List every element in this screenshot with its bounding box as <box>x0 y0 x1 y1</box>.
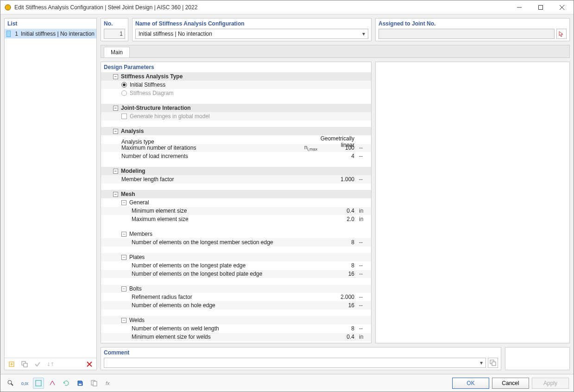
val-load-incr[interactable]: 4 <box>320 153 357 159</box>
maximize-button[interactable] <box>530 0 551 14</box>
val-max-el[interactable]: 2.0 <box>320 216 357 222</box>
design-params-title: Design Parameters <box>101 62 371 72</box>
row-load-incr: Number of load increments <box>111 153 297 159</box>
duplicate-icon[interactable] <box>19 359 30 369</box>
tab-main[interactable]: Main <box>104 47 130 57</box>
new-icon[interactable] <box>6 359 17 369</box>
svg-rect-17 <box>36 380 41 386</box>
collapse-icon[interactable]: − <box>121 232 126 237</box>
comment-label: Comment <box>104 349 498 356</box>
svg-rect-2 <box>539 5 543 9</box>
checkbox-generate-hinges[interactable] <box>121 114 127 119</box>
minimize-button[interactable] <box>509 0 530 14</box>
collapse-icon[interactable]: − <box>113 74 118 79</box>
val-member-length-factor[interactable]: 1.000 <box>320 176 357 183</box>
no-input <box>104 29 125 39</box>
name-combo[interactable]: Initial stiffness | No interaction ▾ <box>135 29 368 39</box>
list-item[interactable]: 1 Initial stiffness | No interaction <box>5 29 96 38</box>
check-icon[interactable] <box>32 359 43 369</box>
list-body[interactable]: 1 Initial stiffness | No interaction <box>5 29 96 358</box>
val-n-hole[interactable]: 16 <box>320 302 357 309</box>
val-ref-radius[interactable]: 2.000 <box>320 294 357 300</box>
val-n-bolted[interactable]: 16 <box>320 271 357 277</box>
group-modeling: Modeling <box>121 168 145 174</box>
row-max-el: Maximum element size <box>111 216 297 222</box>
group-mesh-general: General <box>129 199 149 206</box>
list-toolbar <box>5 358 96 370</box>
val-max-weld[interactable]: 1.1 <box>320 342 357 343</box>
val-min-el[interactable]: 0.4 <box>320 208 357 214</box>
row-max-weld: Maximum element size for welds <box>111 342 297 343</box>
collapse-icon[interactable]: − <box>113 129 118 134</box>
no-label: No. <box>104 20 125 27</box>
val-n-plate[interactable]: 8 <box>320 262 357 269</box>
group-stiffness-type: Stiffness Analysis Type <box>121 73 183 80</box>
function-icon[interactable]: fx <box>102 378 114 389</box>
group-mesh-bolts: Bolts <box>129 285 142 292</box>
comment-combo[interactable]: ▾ <box>104 358 486 368</box>
row-member-length-factor: Member length factor <box>111 176 297 183</box>
row-n-bolted: Number of elements on the longest bolted… <box>111 271 297 277</box>
list-header: List <box>5 19 96 29</box>
svg-rect-13 <box>492 362 496 366</box>
collapse-icon[interactable]: − <box>121 255 126 260</box>
cancel-button[interactable]: Cancel <box>492 378 529 389</box>
radio-initial-stiffness[interactable] <box>121 82 127 88</box>
svg-text:fx: fx <box>106 380 110 386</box>
val-n-longest-member[interactable]: 8 <box>320 239 357 246</box>
val-max-iter[interactable]: 100 <box>320 145 357 151</box>
close-button[interactable] <box>551 0 573 14</box>
list-item-icon <box>6 31 11 37</box>
group-mesh-welds: Welds <box>129 317 145 323</box>
row-max-iter: Maximum number of iterations <box>111 145 297 151</box>
copy-icon[interactable] <box>88 378 100 389</box>
window-title: Edit Stiffness Analysis Configuration | … <box>14 4 509 11</box>
chevron-down-icon: ▾ <box>477 360 486 366</box>
assigned-input[interactable] <box>378 29 555 39</box>
row-n-longest-member: Number of elements on the longest member… <box>111 239 297 246</box>
val-min-weld[interactable]: 0.4 <box>320 334 357 340</box>
delete-icon[interactable] <box>84 359 95 369</box>
chevron-down-icon: ▾ <box>360 31 368 37</box>
params-grid[interactable]: −Stiffness Analysis Type Initial Stiffne… <box>101 72 371 343</box>
group-mesh: Mesh <box>121 191 135 197</box>
group-joint-struct: Joint-Structure Interaction <box>121 105 191 111</box>
row-n-weld: Number of elements on weld length <box>111 325 297 332</box>
list-item-no: 1 <box>13 31 18 37</box>
units-icon[interactable]: 0,00 <box>19 378 30 389</box>
collapse-icon[interactable]: − <box>121 200 126 205</box>
collapse-icon[interactable]: − <box>113 192 118 197</box>
search-icon[interactable] <box>5 378 16 389</box>
collapse-icon[interactable]: − <box>121 318 126 323</box>
opt-initial-label: Initial Stiffness <box>130 82 165 88</box>
svg-text:0,00: 0,00 <box>21 381 28 386</box>
pick-joint-button[interactable] <box>556 29 567 39</box>
assigned-label: Assigned to Joint No. <box>378 20 567 27</box>
svg-rect-18 <box>79 384 82 385</box>
group-mesh-plates: Plates <box>129 254 145 260</box>
group-mesh-members: Members <box>129 231 152 237</box>
model-icon[interactable] <box>47 378 58 389</box>
assigned-box: Assigned to Joint No. <box>375 18 570 41</box>
group-analysis: Analysis <box>121 128 144 134</box>
collapse-icon[interactable]: − <box>113 169 118 174</box>
refresh-icon[interactable] <box>61 378 72 389</box>
titlebar: Edit Stiffness Analysis Configuration | … <box>0 0 574 14</box>
ok-button[interactable]: OK <box>452 378 489 389</box>
row-analysis-type: Analysis type <box>111 139 297 145</box>
no-box: No. <box>101 18 128 41</box>
sym-max-iter: ni,max <box>297 144 320 152</box>
comment-side-panel <box>505 347 570 370</box>
dialog-footer: 0,00 fx OK Cancel Apply <box>0 374 574 392</box>
comment-library-button[interactable] <box>488 358 498 368</box>
row-ref-radius: Refinement radius factor <box>111 294 297 300</box>
grid-icon[interactable] <box>33 378 44 389</box>
val-n-weld[interactable]: 8 <box>320 325 357 332</box>
radio-stiffness-diagram[interactable] <box>121 90 127 96</box>
collapse-icon[interactable]: − <box>113 106 118 111</box>
save-icon[interactable] <box>75 378 86 389</box>
sort-icon[interactable] <box>45 359 56 369</box>
svg-rect-9 <box>24 363 27 367</box>
collapse-icon[interactable]: − <box>121 286 126 291</box>
generate-hinges-label: Generate hinges in global model <box>130 113 210 120</box>
